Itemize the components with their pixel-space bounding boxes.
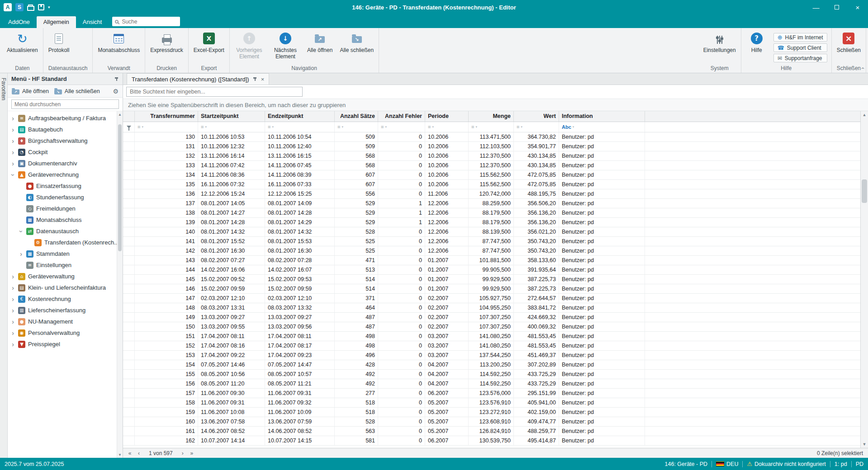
table-row[interactable]: 13414.11.2006 08:3614.11.2006 08:3960701… <box>123 170 860 180</box>
column-header-information[interactable]: Information <box>559 111 645 122</box>
filter-cell-wert[interactable]: =▾ <box>514 122 559 132</box>
scroll-track[interactable] <box>117 118 123 451</box>
ribbon-button-protokoll[interactable]: Protokoll <box>45 29 73 54</box>
table-row[interactable]: 14414.02.2007 16:0614.02.2007 16:0751300… <box>123 265 860 275</box>
menu-item-klein-und-lieferscheinfaktura[interactable]: ›▤Klein- und Lieferscheinfaktura <box>8 282 123 293</box>
filter-dropdown-icon[interactable]: ▾ <box>475 122 477 132</box>
ribbon-button-n-chstes-element[interactable]: ↓Nächstes Element <box>267 29 304 60</box>
menu-item-monatsabschluss[interactable]: ▦Monatsabschluss <box>8 214 123 226</box>
menu-item-nu-management[interactable]: ›●NU-Management <box>8 316 123 327</box>
sidebar-scrollbar[interactable]: ▲ ▼ <box>117 111 123 458</box>
gear-icon[interactable]: ⚙ <box>113 88 119 95</box>
menu-item-preisspiegel[interactable]: ›▼Preisspiegel <box>8 338 123 350</box>
grid-scroll-down-icon[interactable]: ▼ <box>863 441 867 448</box>
menu-item-transferdaten-kostenrech[interactable]: ⚙Transferdaten (Kostenrech... <box>8 237 123 248</box>
grid-scroll-track[interactable] <box>861 118 868 441</box>
ribbon-button-excel-export[interactable]: XExcel-Export <box>190 29 228 54</box>
filter-dropdown-icon[interactable]: ▾ <box>385 122 387 132</box>
filter-cell-periode[interactable]: =▾ <box>425 122 469 132</box>
scroll-up-icon[interactable]: ▲ <box>118 111 122 118</box>
tab-addone[interactable]: AddOne <box>1 16 37 28</box>
column-header-transfernummer[interactable]: Transfernummer <box>135 111 198 122</box>
ribbon-button-alle-ffnen[interactable]: ↗Alle öffnen <box>304 29 337 54</box>
grid-search-input[interactable] <box>126 87 303 97</box>
grid-scroll-thumb[interactable] <box>862 179 867 203</box>
collapse-icon[interactable]: › <box>18 229 25 234</box>
ribbon-button-aktualisieren[interactable]: ↻Aktualisieren <box>3 29 42 54</box>
column-header-periode[interactable]: Periode <box>425 111 469 122</box>
table-row[interactable]: 16114.06.2007 08:5214.06.2007 08:5256300… <box>123 427 860 436</box>
table-row[interactable]: 16210.07.2007 14:1410.07.2007 14:1558100… <box>123 436 860 446</box>
tab-allgemein[interactable]: Allgemein <box>37 16 76 28</box>
grid-scroll-up-icon[interactable]: ▲ <box>863 111 867 118</box>
collapse-ribbon-icon[interactable]: › <box>859 67 866 69</box>
filter-cell-menge[interactable]: =▾ <box>469 122 514 132</box>
table-row[interactable]: 14702.03.2007 12:1002.03.2007 12:1037100… <box>123 294 860 303</box>
menu-item-dokumentenarchiv[interactable]: ›▣Dokumentenarchiv <box>8 158 123 169</box>
tab-close-icon[interactable]: × <box>261 76 265 83</box>
expand-icon[interactable]: › <box>10 284 15 291</box>
menu-item-ger-teverrechnung[interactable]: ›▲Geräteverrechnung <box>8 169 123 180</box>
expand-icon[interactable]: › <box>10 160 15 167</box>
ribbon-link-h-f-im-internet[interactable]: ⊕H&F im Internet <box>773 33 827 42</box>
ribbon-button-expressdruck[interactable]: Expressdruck <box>147 29 187 54</box>
menu-search-input[interactable] <box>11 99 119 109</box>
pin-icon[interactable] <box>114 77 119 81</box>
menu-item-kostenrechnung[interactable]: ›€Kostenrechnung <box>8 293 123 305</box>
table-row[interactable]: 15217.04.2007 08:1617.04.2007 08:1749800… <box>123 341 860 351</box>
table-row[interactable]: 15317.04.2007 09:2217.04.2007 09:2349600… <box>123 351 860 360</box>
table-row[interactable]: 14615.02.2007 09:5915.02.2007 09:5951400… <box>123 284 860 294</box>
table-row[interactable]: 14008.01.2007 14:3208.01.2007 14:3252801… <box>123 227 860 237</box>
save-icon[interactable] <box>38 4 44 10</box>
maximize-button[interactable] <box>826 0 847 14</box>
document-tab[interactable]: Transferdaten (Kostenrechnung) ([Standar… <box>127 73 269 85</box>
ribbon-button-schlie-en[interactable]: ×Schließen <box>833 29 864 54</box>
table-row[interactable]: 13010.11.2006 10:5310.11.2006 10:5450901… <box>123 132 860 142</box>
table-row[interactable]: 14913.03.2007 09:2713.03.2007 09:2748700… <box>123 313 860 322</box>
column-header-anzahl-s-tze[interactable]: Anzahl Sätze <box>335 111 378 122</box>
filter-dropdown-icon[interactable]: ▾ <box>342 122 343 132</box>
ribbon-button-einstellungen[interactable]: Einstellungen <box>700 29 740 54</box>
filter-dropdown-icon[interactable]: ▾ <box>272 122 274 132</box>
next-page-button[interactable]: › <box>179 450 186 456</box>
prev-page-button[interactable]: ‹ <box>135 450 142 456</box>
column-header-menge[interactable]: Menge <box>469 111 514 122</box>
open-all-button[interactable]: ↗ Alle öffnen <box>12 88 49 94</box>
close-all-button[interactable]: ↘ Alle schließen <box>54 88 100 94</box>
first-page-button[interactable]: « <box>126 450 133 456</box>
menu-item-bautagebuch[interactable]: ›▤Bautagebuch <box>8 124 123 135</box>
table-row[interactable]: 15711.06.2007 09:3011.06.2007 09:3127700… <box>123 389 860 398</box>
language-label[interactable]: DEU <box>726 461 738 467</box>
menu-item-auftragsbearbeitung-faktura[interactable]: ›≡Auftragsbearbeitung / Faktura <box>8 113 123 124</box>
filter-cell-anzahl-fehler[interactable]: =▾ <box>378 122 425 132</box>
filter-indicator[interactable] <box>123 122 135 132</box>
table-row[interactable]: 13708.01.2007 14:0508.01.2007 14:0952911… <box>123 199 860 208</box>
menu-item-stammdaten[interactable]: ›▦Stammdaten <box>8 248 123 259</box>
favorites-tab[interactable]: Favoriten <box>0 73 8 458</box>
expand-icon[interactable]: › <box>10 296 15 303</box>
column-header-startzeitpunkt[interactable]: Startzeitpunkt <box>198 111 265 122</box>
menu-item-datenaustausch[interactable]: ›⇄Datenaustausch <box>8 226 123 237</box>
table-row[interactable]: 15608.05.2007 11:2008.05.2007 11:2149200… <box>123 379 860 389</box>
expand-icon[interactable]: › <box>19 250 24 258</box>
menu-item-b-rgschaftsverwaltung[interactable]: ›♦Bürgschaftsverwaltung <box>8 135 123 146</box>
scroll-down-icon[interactable]: ▼ <box>118 451 122 458</box>
filter-dropdown-icon[interactable]: ▾ <box>573 122 574 132</box>
filter-cell-endzeitpunkt[interactable]: =▾ <box>265 122 335 132</box>
table-row[interactable]: 14515.02.2007 09:5215.02.2007 09:5351400… <box>123 275 860 284</box>
table-row[interactable]: 15508.05.2007 10:5608.05.2007 10:5749200… <box>123 370 860 379</box>
menu-item-stundenerfassung[interactable]: ◐Stundenerfassung <box>8 192 123 203</box>
expand-icon[interactable]: › <box>10 307 15 314</box>
ribbon-link-support-client[interactable]: ☎Support Client <box>773 43 827 52</box>
table-row[interactable]: 15407.05.2007 14:4607.05.2007 14:4742800… <box>123 360 860 370</box>
table-row[interactable]: 13808.01.2007 14:2708.01.2007 14:2852911… <box>123 208 860 218</box>
expand-icon[interactable]: › <box>10 273 15 280</box>
open-icon[interactable] <box>27 6 34 11</box>
expand-icon[interactable]: › <box>10 137 15 145</box>
table-row[interactable]: 13908.01.2007 14:2808.01.2007 14:2952911… <box>123 218 860 227</box>
table-row[interactable]: 15811.06.2007 09:3111.06.2007 09:3251800… <box>123 398 860 408</box>
menu-item-cockpit[interactable]: ›◔Cockpit <box>8 146 123 158</box>
ribbon-button-monatsabschluss[interactable]: Monatsabschluss <box>94 29 143 54</box>
filter-dropdown-icon[interactable]: ▾ <box>205 122 207 132</box>
column-header-endzeitpunkt[interactable]: Endzeitpunkt <box>265 111 335 122</box>
